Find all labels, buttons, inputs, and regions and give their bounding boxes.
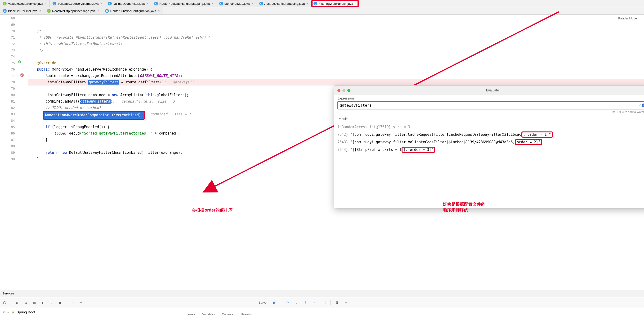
reader-mode-label[interactable]: Reader Mode <box>618 17 637 20</box>
close-icon[interactable]: × <box>252 2 253 5</box>
interface-icon: I <box>47 9 51 13</box>
step-over-icon[interactable]: ↷ <box>285 300 290 305</box>
class-icon: C <box>3 9 7 13</box>
close-icon[interactable]: × <box>212 2 213 5</box>
editor-tabs-row-2: CBlackListUrlFilter.java× IReactiveHttpI… <box>0 7 644 15</box>
highlighted-variable: gatewayFilters <box>88 80 119 85</box>
spring-boot-label: Spring Boot <box>16 310 35 314</box>
result-label: Result: <box>338 117 644 121</box>
spring-icon: 🍃 <box>11 310 15 314</box>
collapse-all-icon[interactable]: ⊟ <box>24 300 28 305</box>
close-icon[interactable]: × <box>158 9 160 13</box>
class-icon: C <box>52 2 56 6</box>
class-icon: C <box>219 2 223 6</box>
tab[interactable]: CRouterFunctionConfiguration.java× <box>102 7 163 15</box>
close-icon[interactable]: × <box>355 2 356 5</box>
debug-toolbar: ⊞ ⊟ ▦ ◧ ▽ ▣ − + Server ▶| ↷ ↓ ⇩ ↑ →| 🖩 ≡ <box>0 297 644 308</box>
resume-icon[interactable]: ▶| <box>272 300 276 305</box>
expand-icon[interactable]: ⤢ <box>639 104 642 107</box>
class-icon: C <box>259 2 263 6</box>
close-icon[interactable]: × <box>98 9 99 13</box>
annotation-config-order: 好像是根据配置文件的 顺序来排序的 <box>443 201 485 213</box>
class-icon: C <box>108 2 112 6</box>
window-zoom-icon[interactable] <box>347 89 350 92</box>
tab[interactable]: CAbstractHandlerMapping.java× <box>256 0 312 7</box>
close-icon[interactable]: × <box>45 2 47 5</box>
force-step-into-icon[interactable]: ⇩ <box>303 300 308 305</box>
step-out-icon[interactable]: ↑ <box>312 300 317 305</box>
dialog-titlebar[interactable]: Evaluate <box>334 86 644 95</box>
threads-tab[interactable]: Threads <box>240 312 252 316</box>
expand-all-icon[interactable]: ⊞ <box>15 300 20 305</box>
close-icon[interactable]: × <box>306 2 308 5</box>
tab[interactable]: CMonoFlatMap.java× <box>216 0 256 7</box>
step-into-icon[interactable]: ↓ <box>294 300 299 305</box>
tab[interactable]: IReactiveHttpInputMessage.java× <box>44 7 102 15</box>
chevron-down-icon[interactable]: ⌄ <box>7 310 9 314</box>
debug-bottom-tabs: Frames Variables Console Threads <box>185 312 252 316</box>
settings-icon[interactable]: ≡ <box>344 300 348 305</box>
window-close-icon[interactable] <box>338 89 340 92</box>
dropdown-icon[interactable]: ▾ <box>642 104 644 107</box>
tab-active[interactable]: CFilteringWebHandler.java× <box>311 0 359 7</box>
settings-gear-icon[interactable]: ⚙ <box>2 310 5 314</box>
expression-label: Expression: <box>338 96 644 100</box>
variables-tab[interactable]: Variables <box>202 312 215 316</box>
order-2-box: order = 2]" <box>515 139 542 145</box>
window-minimize-icon[interactable] <box>342 89 346 92</box>
tab[interactable]: CValidateCodeFilter.java× <box>105 0 151 7</box>
class-icon: C <box>154 2 158 6</box>
annotation-sort-order: 会根据order的值排序 <box>192 207 232 213</box>
services-panel-header[interactable]: Services <box>0 290 644 297</box>
expression-input[interactable] <box>338 101 644 109</box>
close-icon[interactable]: × <box>100 2 102 5</box>
order-3-box: ], order = 3]" <box>402 147 435 153</box>
close-icon[interactable]: × <box>39 9 41 13</box>
minus-icon[interactable]: − <box>70 300 75 305</box>
stop-icon[interactable]: ◧ <box>40 300 45 305</box>
evaluate-icon[interactable]: 🖩 <box>335 300 340 305</box>
result-tree[interactable]: leRandomAccessList@17619} size = 3 7642}… <box>338 123 644 154</box>
tab[interactable]: CRoutePredicateHandlerMapping.java× <box>151 0 216 7</box>
close-icon[interactable]: × <box>146 2 148 5</box>
run-config-row[interactable]: ⚙ ⌄ 🍃 Spring Boot <box>0 308 644 316</box>
tab[interactable]: CBlackListUrlFilter.java× <box>0 7 44 15</box>
layout-icon[interactable]: ▣ <box>58 300 62 305</box>
editor-tabs-row-1: IValidateCodeService.java× CValidateCode… <box>0 0 644 7</box>
rerun-icon[interactable] <box>2 300 7 305</box>
grid-icon[interactable]: ▦ <box>32 300 37 305</box>
order-1-box: , order = 1]" <box>521 131 553 138</box>
frames-tab[interactable]: Frames <box>185 312 195 316</box>
run-to-cursor-icon[interactable]: →| <box>321 300 326 305</box>
evaluate-dialog[interactable]: Evaluate Expression: ⤢ ▾ Use ⇧⌘⏎ to add … <box>334 85 644 208</box>
interface-icon: I <box>3 2 7 6</box>
watches-hint: Use ⇧⌘⏎ to add to Watches <box>338 110 644 114</box>
plus-icon[interactable]: + <box>78 300 83 305</box>
console-tab[interactable]: Console <box>222 312 233 316</box>
class-icon: C <box>105 9 109 13</box>
line-gutter: 6869707172737475767778798081828384858687… <box>0 15 19 287</box>
tab[interactable]: CValidateCodeServiceImpl.java× <box>50 0 105 7</box>
dialog-title: Evaluate <box>486 88 499 92</box>
filter-icon[interactable]: ▽ <box>49 300 54 305</box>
class-icon: C <box>314 2 317 6</box>
server-label: Server <box>258 301 268 304</box>
tab[interactable]: IValidateCodeService.java× <box>0 0 50 7</box>
